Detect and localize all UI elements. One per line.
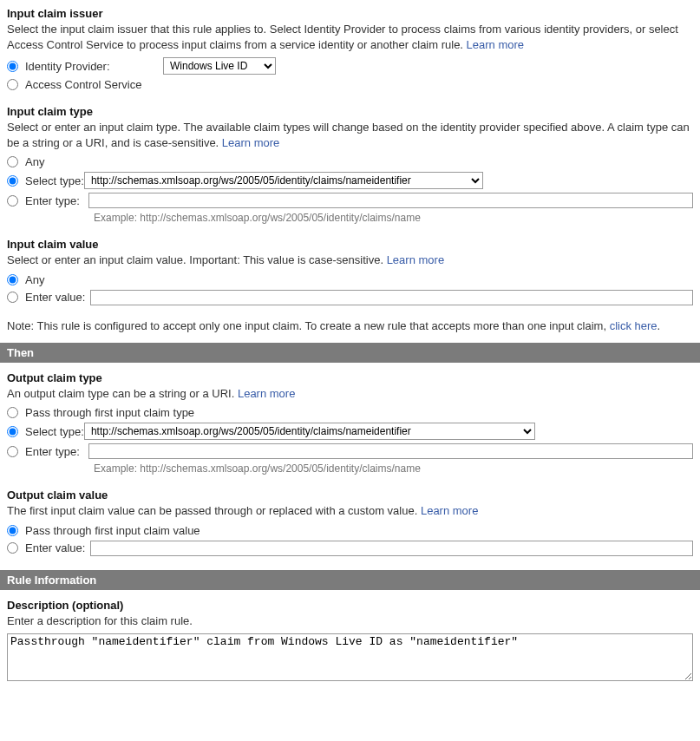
input-type-any-radio[interactable] <box>7 156 18 167</box>
input-claim-value-section: Input claim value Select or enter an inp… <box>7 238 693 305</box>
output-claim-value-desc: The first input claim value can be passe… <box>7 503 693 519</box>
single-claim-note: Note: This rule is configured to accept … <box>7 319 693 332</box>
output-type-select-radio[interactable] <box>7 426 18 437</box>
then-section-bar: Then <box>0 343 700 363</box>
output-value-enter-label: Enter value: <box>25 541 85 554</box>
description-heading: Description (optional) <box>7 599 693 612</box>
input-value-any-radio[interactable] <box>7 274 18 285</box>
input-claim-value-desc: Select or enter an input claim value. Im… <box>7 252 693 268</box>
issuer-acs-radio[interactable] <box>7 79 18 90</box>
output-type-example: Example: http://schemas.xmlsoap.org/ws/2… <box>94 462 693 475</box>
output-value-pass-radio[interactable] <box>7 525 18 536</box>
issuer-acs-label: Access Control Service <box>25 78 141 91</box>
output-value-pass-label: Pass through first input claim value <box>25 524 200 537</box>
input-type-select-label: Select type: <box>25 174 84 187</box>
input-type-select[interactable]: http://schemas.xmlsoap.org/ws/2005/05/id… <box>84 172 483 189</box>
output-claim-type-heading: Output claim type <box>7 371 693 384</box>
idp-select[interactable]: Windows Live ID <box>163 57 276 75</box>
input-value-learn-more-link[interactable]: Learn more <box>387 253 444 266</box>
input-type-select-radio[interactable] <box>7 175 18 187</box>
input-claim-type-desc: Select or enter an input claim type. The… <box>7 120 693 150</box>
output-type-enter-label: Enter type: <box>25 445 80 458</box>
output-claim-value-heading: Output claim value <box>7 489 693 502</box>
output-type-select-label: Select type: <box>25 425 84 438</box>
input-claim-issuer-section: Input claim issuer Select the input clai… <box>7 7 693 91</box>
input-claim-type-heading: Input claim type <box>7 105 693 118</box>
input-type-enter-radio[interactable] <box>7 195 18 207</box>
output-type-pass-label: Pass through first input claim type <box>25 406 194 419</box>
input-value-enter-label: Enter value: <box>25 291 85 304</box>
issuer-learn-more-link[interactable]: Learn more <box>467 38 524 51</box>
input-claim-issuer-desc: Select the input claim issuer that this … <box>7 22 693 52</box>
input-type-enter-field[interactable] <box>88 193 693 208</box>
input-value-enter-radio[interactable] <box>7 292 18 303</box>
rule-info-section-bar: Rule Information <box>0 570 700 590</box>
description-section: Description (optional) Enter a descripti… <box>7 599 693 685</box>
output-type-select[interactable]: http://schemas.xmlsoap.org/ws/2005/05/id… <box>84 423 535 440</box>
output-value-learn-more-link[interactable]: Learn more <box>421 504 478 517</box>
description-textarea[interactable]: <span class="underline-red">Passthrough<… <box>7 633 693 681</box>
output-claim-type-section: Output claim type An output claim type c… <box>7 371 693 475</box>
input-type-enter-label: Enter type: <box>25 194 80 207</box>
issuer-idp-label: Identity Provider: <box>25 60 110 73</box>
note-click-here-link[interactable]: click here <box>610 319 657 332</box>
input-claim-type-section: Input claim type Select or enter an inpu… <box>7 105 693 224</box>
description-desc: Enter a description for this claim rule. <box>7 613 693 629</box>
input-type-learn-more-link[interactable]: Learn more <box>222 136 279 149</box>
output-claim-value-section: Output claim value The first input claim… <box>7 489 693 556</box>
input-claim-value-heading: Input claim value <box>7 238 693 251</box>
input-claim-issuer-heading: Input claim issuer <box>7 7 693 20</box>
output-value-enter-field[interactable] <box>90 541 693 556</box>
input-value-any-label: Any <box>25 273 44 286</box>
issuer-idp-radio[interactable] <box>7 61 18 72</box>
output-type-enter-radio[interactable] <box>7 446 18 457</box>
input-type-any-label: Any <box>25 155 44 168</box>
output-claim-type-desc: An output claim type can be a string or … <box>7 386 693 402</box>
output-type-learn-more-link[interactable]: Learn more <box>238 387 295 400</box>
output-value-enter-radio[interactable] <box>7 542 18 554</box>
output-type-enter-field[interactable] <box>88 443 693 459</box>
output-type-pass-radio[interactable] <box>7 407 18 418</box>
input-value-enter-field[interactable] <box>90 290 693 305</box>
input-type-example: Example: http://schemas.xmlsoap.org/ws/2… <box>94 212 693 224</box>
